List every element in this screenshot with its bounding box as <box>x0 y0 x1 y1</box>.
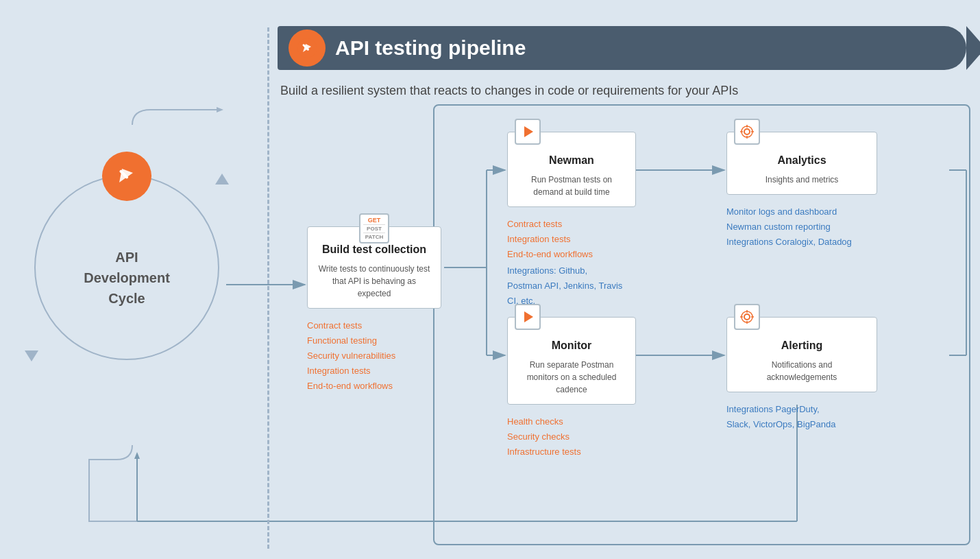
left-cycle-section: API Development Cycle <box>21 103 233 432</box>
list-item: Contract tests <box>307 318 441 333</box>
monitor-title: Monitor <box>517 340 626 352</box>
monitor-section: Monitor Run separate Postman monitors on… <box>507 317 636 460</box>
build-test-orange-list: Contract tests Functional testing Securi… <box>307 318 441 394</box>
list-item: Slack, VictorOps, BigPanda <box>726 417 877 432</box>
cycle-text: API Development Cycle <box>84 247 170 309</box>
postman-cycle-icon <box>114 163 140 189</box>
alerting-section: Alerting Notifications and acknowledgeme… <box>726 317 877 432</box>
newman-card: Newman Run Postman tests on demand at bu… <box>507 132 636 207</box>
monitor-card: Monitor Run separate Postman monitors on… <box>507 317 636 405</box>
cycle-up-arrow-icon <box>215 174 229 185</box>
pipeline-title: API testing pipeline <box>335 36 526 60</box>
analytics-icon <box>734 119 760 145</box>
list-item: Contract tests <box>507 217 636 232</box>
patch-label: PATCH <box>365 234 383 240</box>
get-post-icon-box: GET POST PATCH <box>359 213 389 243</box>
alerting-card: Alerting Notifications and acknowledgeme… <box>726 317 877 392</box>
list-item: Health checks <box>507 414 636 429</box>
list-item: Security vulnerabilities <box>307 348 441 364</box>
svg-marker-21 <box>25 350 38 361</box>
alerting-icon-svg <box>739 309 755 324</box>
list-item: Infrastructure tests <box>507 444 636 460</box>
get-label: GET <box>368 217 381 224</box>
list-item: Integration tests <box>507 232 636 247</box>
svg-marker-16 <box>134 452 140 459</box>
newman-title: Newman <box>517 154 626 167</box>
cycle-title: API Development Cycle <box>84 247 170 309</box>
post-label: POST <box>367 226 382 232</box>
alerting-desc: Notifications and acknowledgements <box>737 359 867 383</box>
play-triangle <box>524 126 533 137</box>
build-test-title: Build test collection <box>317 243 431 256</box>
newman-orange-list: Contract tests Integration tests End-to-… <box>507 217 636 262</box>
newman-section: Newman Run Postman tests on demand at bu… <box>507 132 636 309</box>
pipeline-icon <box>289 29 326 67</box>
list-item: Integrations PagerDuty, <box>726 402 877 417</box>
analytics-blue-list: Monitor logs and dashboard Newman custom… <box>726 204 877 250</box>
cycle-circle: API Development Cycle <box>34 175 219 360</box>
settings-icon <box>739 124 755 139</box>
svg-marker-20 <box>215 174 229 185</box>
newman-play-icon <box>515 119 541 145</box>
svg-point-28 <box>744 314 750 320</box>
play-triangle-2 <box>524 311 533 322</box>
pipeline-subtitle: Build a resilient system that reacts to … <box>280 84 966 98</box>
list-item: Integration tests <box>307 364 441 379</box>
svg-point-22 <box>744 129 750 134</box>
build-test-icon: GET POST PATCH <box>359 213 389 243</box>
cycle-down-arrow-icon <box>25 350 38 361</box>
analytics-desc: Insights and metrics <box>737 174 867 186</box>
svg-point-29 <box>742 311 752 322</box>
monitor-play-icon <box>515 304 541 330</box>
monitor-orange-list: Health checks Security checks Infrastruc… <box>507 414 636 460</box>
newman-desc: Run Postman tests on demand at build tim… <box>517 174 626 198</box>
build-test-section: GET POST PATCH Build test collection Wri… <box>307 226 441 394</box>
alerting-title: Alerting <box>737 340 867 352</box>
list-item: Newman custom reporting <box>726 219 877 235</box>
analytics-section: Analytics Insights and metrics Monitor l… <box>726 132 877 250</box>
list-item: Functional testing <box>307 333 441 348</box>
build-test-card: GET POST PATCH Build test collection Wri… <box>307 226 441 309</box>
postman-icon <box>296 37 318 59</box>
list-item: End-to-end workflows <box>507 247 636 262</box>
list-item: Integrations: Github, <box>507 263 636 278</box>
list-item: End-to-end workflows <box>307 379 441 394</box>
svg-point-23 <box>742 126 752 137</box>
list-item: Integrations Coralogix, Datadog <box>726 235 877 250</box>
pipeline-header: API testing pipeline Build a resilient s… <box>278 26 966 98</box>
monitor-desc: Run separate Postman monitors on a sched… <box>517 359 626 396</box>
analytics-title: Analytics <box>737 154 867 167</box>
analytics-card: Analytics Insights and metrics <box>726 132 877 195</box>
list-item: Security checks <box>507 429 636 444</box>
alerting-blue-list: Integrations PagerDuty, Slack, VictorOps… <box>726 402 877 432</box>
main-container: API testing pipeline Build a resilient s… <box>0 0 980 559</box>
dashed-divider <box>267 27 269 549</box>
cycle-top-icon <box>102 152 151 201</box>
newman-blue-list: Integrations: Github, Postman API, Jenki… <box>507 263 636 309</box>
alerting-icon <box>734 304 760 330</box>
build-test-desc: Write tests to continuously test that AP… <box>317 263 431 300</box>
pipeline-arrow-banner: API testing pipeline <box>278 26 966 70</box>
list-item: Monitor logs and dashboard <box>726 204 877 219</box>
